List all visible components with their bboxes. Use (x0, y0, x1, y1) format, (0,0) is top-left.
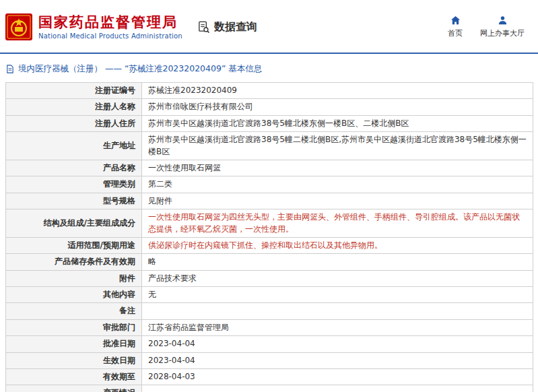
field-value: 一次性使用取石网篮 (142, 160, 533, 176)
table-row: 结构及组成/主要组成成分一次性使用取石网篮为四丝无头型，主要由网篮头、外管组件、… (6, 209, 533, 238)
header-divider (0, 53, 538, 54)
table-row: 注册人名称苏州市倍咏医疗科技有限公司 (6, 99, 533, 115)
field-label: 结构及组成/主要组成成分 (6, 209, 142, 238)
field-label: 注册人名称 (6, 99, 142, 115)
field-label: 生效日期 (6, 352, 142, 368)
field-label: 备注 (6, 303, 142, 319)
table-row: 适用范围/预期用途供泌尿诊疗时在内窥镜下抓住、操控和取出结石以及其他异物用。 (6, 237, 533, 253)
field-value: 产品技术要求 (142, 270, 533, 286)
org-name-cn: 国家药品监督管理局 (38, 14, 182, 30)
table-row: 管理类别第二类 (6, 176, 533, 193)
field-label: 附件 (6, 270, 142, 286)
field-value: 苏械注准20232020409 (142, 83, 533, 99)
field-value: 苏州市吴中区越溪街道北官渡路38号5幢二楼北侧B区,苏州市吴中区越溪街道北官渡路… (142, 132, 533, 160)
field-value (142, 385, 533, 392)
field-label: 产品名称 (6, 160, 142, 176)
field-label: 注册人住所 (6, 115, 142, 131)
site-header: 国家药品监督管理局 National Medical Products Admi… (0, 0, 538, 53)
field-value: 一次性使用取石网篮为四丝无头型，主要由网篮头、外管组件、手柄组件、导引腔组成。该… (142, 209, 533, 238)
data-query-label: 数据查询 (214, 20, 257, 34)
table-row: 生效日期2023-04-04 (6, 352, 533, 368)
table-row: 型号规格见附件 (6, 193, 533, 209)
nav-service-hall-label: 网上办事大厅 (480, 28, 525, 38)
field-value: 苏州市吴中区越溪街道北官渡路38号5幢北楼东侧一楼B区、二楼北侧B区 (142, 115, 533, 131)
table-row: 附件产品技术要求 (6, 270, 533, 286)
table-row: 产品名称一次性使用取石网篮 (6, 160, 533, 176)
field-label: 产品储存条件及有效期 (6, 254, 142, 270)
field-label: 型号规格 (6, 193, 142, 209)
info-table: 注册证编号苏械注准20232020409 注册人名称苏州市倍咏医疗科技有限公司 … (5, 82, 533, 392)
field-label: 其他内容 (6, 287, 142, 303)
nmpa-emblem-logo (5, 13, 32, 40)
field-label: 有效期至 (6, 369, 142, 385)
home-icon (450, 15, 461, 26)
field-value (142, 303, 533, 319)
table-row: 变更情况 (6, 385, 533, 392)
field-label: 适用范围/预期用途 (6, 237, 142, 253)
field-label: 管理类别 (6, 176, 142, 193)
nav-data-query[interactable]: 数据查询 (197, 20, 257, 34)
field-value: 2023-04-04 (142, 352, 533, 368)
field-value: 见附件 (142, 193, 533, 209)
field-value: 2028-04-03 (142, 369, 533, 385)
table-row: 注册人住所苏州市吴中区越溪街道北官渡路38号5幢北楼东侧一楼B区、二楼北侧B区 (6, 115, 533, 131)
table-row: 注册证编号苏械注准20232020409 (6, 83, 533, 99)
table-row: 其他内容无 (6, 287, 533, 303)
person-icon (498, 15, 508, 26)
table-row: 批准日期2023-04-04 (6, 336, 533, 352)
org-name-en: National Medical Products Administration (38, 32, 182, 40)
table-row: 有效期至2028-04-03 (6, 369, 533, 385)
nav-service-hall[interactable]: 网上办事大厅 (480, 15, 525, 38)
field-value: 2023-04-04 (142, 336, 533, 352)
brand: 国家药品监督管理局 National Medical Products Admi… (5, 13, 182, 40)
nav-home-label: 首页 (448, 28, 463, 38)
field-label: 批准日期 (6, 336, 142, 352)
top-nav: 首页 网上办事大厅 (448, 15, 525, 38)
nav-home[interactable]: 首页 (448, 15, 463, 38)
field-value: 供泌尿诊疗时在内窥镜下抓住、操控和取出结石以及其他异物用。 (142, 237, 533, 253)
table-row: 产品储存条件及有效期略 (6, 254, 533, 270)
document-icon (5, 65, 14, 73)
field-value: 苏州市倍咏医疗科技有限公司 (142, 99, 533, 115)
field-value: 江苏省药品监督管理局 (142, 319, 533, 335)
field-label: 注册证编号 (6, 83, 142, 99)
field-value: 无 (142, 287, 533, 303)
breadcrumb: 境内医疗器械（注册） —— “苏械注准20232020409” 基本信息 (5, 63, 533, 75)
field-label: 变更情况 (6, 385, 142, 392)
data-query-icon (197, 21, 210, 34)
field-value: 第二类 (142, 176, 533, 193)
table-row: 备注 (6, 303, 533, 319)
brand-text: 国家药品监督管理局 National Medical Products Admi… (38, 14, 182, 40)
table-row: 审批部门江苏省药品监督管理局 (6, 319, 533, 335)
field-value: 略 (142, 254, 533, 270)
table-row: 生产地址苏州市吴中区越溪街道北官渡路38号5幢二楼北侧B区,苏州市吴中区越溪街道… (6, 132, 533, 160)
breadcrumb-text: 境内医疗器械（注册） —— “苏械注准20232020409” 基本信息 (18, 63, 262, 75)
field-label: 生产地址 (6, 132, 142, 160)
field-label: 审批部门 (6, 319, 142, 335)
